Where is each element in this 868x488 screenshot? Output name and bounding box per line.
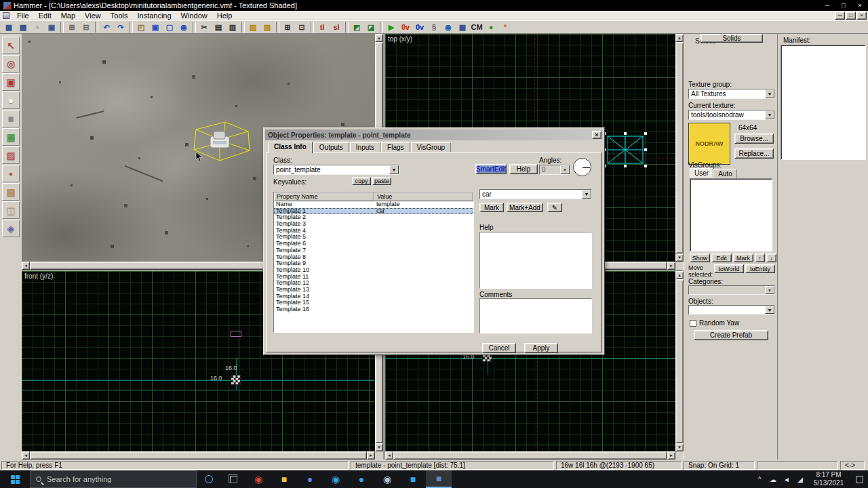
- mdi-close-icon[interactable]: ×: [856, 12, 867, 20]
- Template 4[interactable]: Template 4: [274, 228, 473, 235]
- grid-larger-button[interactable]: ▣: [45, 21, 58, 33]
- taskbar-telegram-icon[interactable]: ●: [349, 470, 374, 488]
- visgroup-move-down-icon[interactable]: ↓: [766, 253, 776, 262]
- scroll-left-icon[interactable]: ◄: [22, 451, 30, 460]
- smartedit-button[interactable]: SmartEdit: [475, 164, 507, 174]
- vertical-scrollbar[interactable]: ▲ ▼: [675, 34, 684, 262]
- menu-item[interactable]: Help: [212, 11, 237, 20]
- taskbar-edge-icon[interactable]: ◉: [323, 470, 349, 488]
- mark-add-button[interactable]: Mark+Add: [507, 203, 543, 212]
- visgroup-tab[interactable]: Auto: [713, 169, 737, 178]
- scroll-up-icon[interactable]: ▲: [675, 34, 684, 42]
- block-tool[interactable]: ■: [2, 110, 20, 127]
- Template 9[interactable]: Template 9: [274, 260, 473, 267]
- copy-keyvalues-button[interactable]: copy: [352, 177, 371, 185]
- taskbar-clock[interactable]: 8:17 PM 5/13/2021: [807, 471, 850, 487]
- edit-cordon-button[interactable]: ▧: [260, 21, 274, 33]
- to-entity-button[interactable]: toEntity: [745, 264, 775, 273]
- toggle-group-ignore-button[interactable]: ◰: [134, 21, 148, 33]
- scroll-right-icon[interactable]: ►: [667, 262, 675, 270]
- show-hidden-button[interactable]: ◉: [177, 21, 191, 33]
- Template 14[interactable]: Template 14: [274, 293, 473, 300]
- redo-button[interactable]: ↷: [114, 21, 127, 33]
- column-property-name[interactable]: Property Name: [274, 192, 374, 201]
- cloud-icon[interactable]: ☁: [766, 476, 780, 483]
- entity-outline[interactable]: [231, 331, 241, 337]
- chevron-down-icon[interactable]: ▼: [582, 190, 591, 199]
- selection-tool[interactable]: ↖: [2, 37, 20, 54]
- Template 8[interactable]: Template 8: [274, 254, 473, 261]
- Template 10[interactable]: Template 10: [274, 267, 473, 274]
- vertical-scrollbar[interactable]: ▲ ▼: [675, 271, 684, 451]
- cancel-button[interactable]: Cancel: [482, 343, 516, 353]
- Template 11[interactable]: Template 11: [274, 274, 473, 281]
- cut-button[interactable]: ✂: [197, 21, 211, 33]
- entity-gallery-button[interactable]: 0v: [413, 21, 427, 33]
- selection-box[interactable]: [171, 119, 259, 169]
- menu-item[interactable]: Instancing: [132, 11, 176, 20]
- tray-expand-icon[interactable]: ^: [753, 476, 766, 483]
- angles-select[interactable]: 0 ▼: [539, 165, 570, 175]
- chevron-down-icon[interactable]: ▼: [765, 110, 774, 119]
- sound-browser-button[interactable]: §: [427, 21, 441, 33]
- Template 15[interactable]: Template 15: [274, 300, 473, 306]
- Template 7[interactable]: Template 7: [274, 247, 473, 254]
- eyedropper-icon[interactable]: ✎: [547, 203, 562, 212]
- texture-application-tool[interactable]: ▦: [2, 128, 20, 146]
- texture-group-select[interactable]: All Textures ▼: [688, 89, 775, 99]
- Name[interactable]: Nametemplate: [274, 201, 473, 208]
- visgroup-button[interactable]: Mark: [733, 253, 753, 262]
- toggle-grid-button[interactable]: ▦: [2, 21, 16, 33]
- manifest-list[interactable]: [781, 45, 866, 160]
- texture-lock-button[interactable]: tl: [315, 21, 329, 33]
- maximize-icon[interactable]: □: [835, 0, 852, 11]
- camera-tool[interactable]: ▣: [2, 73, 20, 91]
- chevron-down-icon[interactable]: ▼: [765, 286, 774, 294]
- Template 12[interactable]: Template 12: [274, 280, 473, 287]
- Template 1[interactable]: Template 1car: [274, 208, 473, 215]
- taskbar-discord-icon[interactable]: ●: [297, 470, 323, 488]
- Template 13[interactable]: Template 13: [274, 287, 473, 293]
- taskbar-steam-icon[interactable]: ◉: [374, 470, 400, 488]
- save-window-state-button[interactable]: ⊟: [79, 21, 93, 33]
- scroll-left-icon[interactable]: ◄: [22, 262, 30, 270]
- taskbar-file-explorer-icon[interactable]: ■: [271, 470, 297, 488]
- Template 2[interactable]: Template 2: [274, 214, 473, 221]
- comments-text-box[interactable]: [479, 298, 592, 333]
- template-sprite[interactable]: [231, 375, 240, 384]
- menu-item[interactable]: Window: [176, 11, 212, 20]
- paste-button[interactable]: ▥: [226, 21, 239, 33]
- paste-keyvalues-button[interactable]: paste: [372, 177, 391, 185]
- dialog-help-button[interactable]: Help: [509, 164, 538, 174]
- undo-button[interactable]: ↶: [100, 21, 113, 33]
- Template 5[interactable]: Template 5: [274, 234, 473, 241]
- load-window-state-button[interactable]: ⊞: [65, 21, 79, 33]
- chevron-down-icon[interactable]: ▼: [765, 306, 774, 314]
- Template 16[interactable]: Template 16: [274, 306, 473, 313]
- vertex-tool[interactable]: ◈: [2, 220, 20, 237]
- Template 6[interactable]: Template 6: [274, 241, 473, 247]
- menu-item[interactable]: Map: [56, 11, 80, 20]
- to-world-button[interactable]: toWorld: [714, 264, 744, 273]
- taskbar-vscode-icon[interactable]: ■: [400, 470, 426, 488]
- foliage-button[interactable]: *: [498, 21, 512, 33]
- close-icon[interactable]: ×: [852, 0, 868, 11]
- scroll-up-icon[interactable]: ▲: [675, 271, 684, 279]
- scrollbar-thumb[interactable]: [675, 279, 684, 443]
- scroll-left-icon[interactable]: ◄: [385, 451, 393, 460]
- scrollbar-thumb[interactable]: [30, 451, 367, 460]
- hide-unselected-button[interactable]: ▢: [163, 21, 176, 33]
- volume-icon[interactable]: ◄: [780, 476, 793, 483]
- toggle-grid-3d-button[interactable]: ▩: [16, 21, 30, 33]
- start-button[interactable]: [0, 470, 30, 488]
- model-browser-button[interactable]: ●: [484, 21, 498, 33]
- taskbar-search[interactable]: Search for anything: [30, 470, 197, 488]
- categories-select[interactable]: ▼: [688, 285, 775, 295]
- property-list[interactable]: Property Name Value Nametemplate Templat…: [273, 192, 474, 333]
- scroll-right-icon[interactable]: ►: [367, 451, 375, 460]
- visgroup-button[interactable]: Show: [690, 253, 710, 262]
- grid-smaller-button[interactable]: ▫: [31, 21, 44, 33]
- displacement-mask-solid-button[interactable]: ◩: [350, 21, 363, 33]
- chevron-down-icon[interactable]: ▼: [560, 165, 570, 174]
- horizontal-scrollbar[interactable]: ◄ ►: [385, 451, 675, 460]
